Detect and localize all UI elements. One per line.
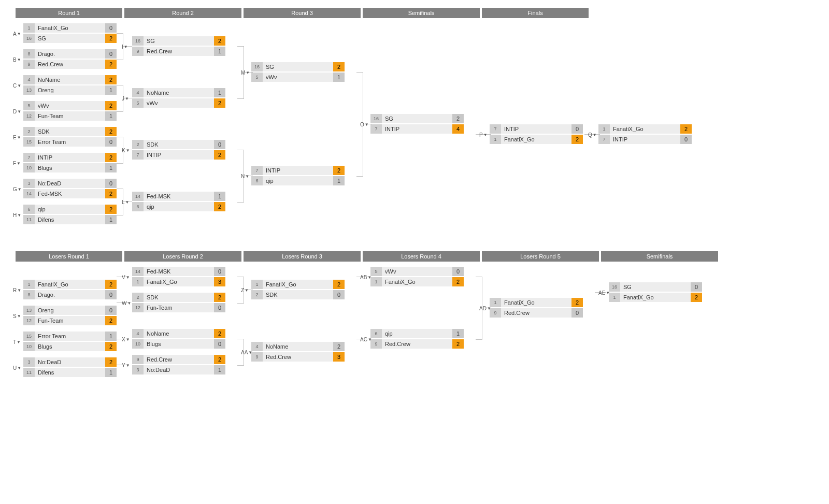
team-row[interactable]: 8Drago.0 <box>23 49 117 59</box>
team-row[interactable]: 13Oreng0 <box>23 306 117 315</box>
match-label[interactable]: Z▼ <box>241 287 249 293</box>
team-row[interactable]: 9Red.Crew2 <box>370 339 464 349</box>
match-label[interactable]: AE▼ <box>598 290 610 296</box>
match-label[interactable]: Q▼ <box>588 132 597 138</box>
team-row[interactable]: 1FanatiX_Go2 <box>598 124 692 134</box>
match-label[interactable]: R▼ <box>13 287 21 293</box>
team-row[interactable]: 1FanatiX_Go2 <box>609 293 702 302</box>
team-row[interactable]: 5vWv2 <box>132 98 225 108</box>
match-label[interactable]: M▼ <box>241 70 250 76</box>
team-row[interactable]: 10Blugs0 <box>132 339 225 349</box>
team-row[interactable]: 4NoName2 <box>23 75 117 84</box>
team-row[interactable]: 16SG0 <box>609 282 702 292</box>
match-label[interactable]: AD▼ <box>479 306 491 311</box>
team-row[interactable]: 15Error Team1 <box>23 332 117 341</box>
team-row[interactable]: 1FanatiX_Go3 <box>132 277 225 286</box>
team-row[interactable]: 1FanatiX_Go2 <box>23 280 117 289</box>
team-row[interactable]: 9Red.Crew2 <box>132 355 225 364</box>
team-row[interactable]: 16SG2 <box>23 34 117 43</box>
team-row[interactable]: 7INTIP0 <box>490 124 583 134</box>
team-row[interactable]: 1FanatiX_Go2 <box>251 280 345 289</box>
team-row[interactable]: 12Fun-Team2 <box>23 316 117 325</box>
match-label[interactable]: AA▼ <box>241 350 252 355</box>
match-label[interactable]: D▼ <box>13 109 21 114</box>
match-label[interactable]: P▼ <box>479 132 488 138</box>
team-row[interactable]: 7INTIP2 <box>23 153 117 162</box>
match-label[interactable]: AC▼ <box>360 337 372 342</box>
match-label[interactable]: AB▼ <box>360 275 371 280</box>
team-row[interactable]: 5vWv2 <box>23 101 117 110</box>
team-row[interactable]: 10Blugs1 <box>23 163 117 172</box>
team-row[interactable]: 14Fed-MSK0 <box>132 267 225 276</box>
team-row[interactable]: 1FanatiX_Go2 <box>490 298 583 307</box>
team-row[interactable]: 7INTIP0 <box>598 135 692 144</box>
team-row[interactable]: 8Drago.0 <box>23 290 117 299</box>
team-row[interactable]: 9Red.Crew3 <box>251 352 345 362</box>
match-label[interactable]: W▼ <box>122 300 131 306</box>
match-label[interactable]: J▼ <box>122 96 129 102</box>
team-row[interactable]: 6qip1 <box>370 329 464 338</box>
match-Q: Q▼1FanatiX_Go27INTIP0 <box>598 124 692 145</box>
seed: 1 <box>251 280 263 289</box>
team-row[interactable]: 5vWv0 <box>370 267 464 276</box>
match-label[interactable]: I▼ <box>122 44 128 50</box>
team-row[interactable]: 15Error Team0 <box>23 137 117 147</box>
match-label[interactable]: X▼ <box>122 337 130 342</box>
team-row[interactable]: 9Red.Crew0 <box>490 308 583 318</box>
match-label[interactable]: F▼ <box>13 161 21 166</box>
match-label[interactable]: A▼ <box>13 31 21 37</box>
team-row[interactable]: 1FanatiX_Go2 <box>370 277 464 286</box>
match-label[interactable]: V▼ <box>122 275 130 280</box>
team-row[interactable]: 1FanatiX_Go0 <box>23 23 117 33</box>
team-row[interactable]: 7INTIP2 <box>251 166 345 175</box>
match-label[interactable]: K▼ <box>122 148 130 153</box>
team-row[interactable]: 6qip1 <box>251 176 345 185</box>
team-row[interactable]: 13Oreng1 <box>23 85 117 95</box>
match-label[interactable]: Y▼ <box>122 363 130 368</box>
team-row[interactable]: 16SG2 <box>251 62 345 71</box>
match-label[interactable]: G▼ <box>13 186 22 192</box>
team-row[interactable]: 16SG2 <box>370 114 464 123</box>
team-row[interactable]: 6qip2 <box>23 205 117 214</box>
team-row[interactable]: 4NoName2 <box>132 329 225 338</box>
match-label[interactable]: S▼ <box>13 313 21 319</box>
team-row[interactable]: 7INTIP2 <box>132 150 225 160</box>
team-row[interactable]: 12Fun-Team1 <box>23 111 117 121</box>
match-W: W▼2SDK212Fun-Team0 <box>132 293 225 313</box>
team-row[interactable]: 14Fed-MSK2 <box>23 189 117 198</box>
team-row[interactable]: 9Red.Crew1 <box>132 47 225 56</box>
seed: 1 <box>132 277 144 286</box>
match-label[interactable]: B▼ <box>13 57 21 63</box>
match-label[interactable]: O▼ <box>360 122 369 127</box>
team-row[interactable]: 10Blugs2 <box>23 342 117 351</box>
team-row[interactable]: 16SG2 <box>132 36 225 46</box>
match-label[interactable]: L▼ <box>122 199 129 205</box>
team-row[interactable]: 11Difens1 <box>23 215 117 224</box>
seed: 4 <box>251 342 263 351</box>
match-label[interactable]: E▼ <box>13 135 21 140</box>
match-label[interactable]: C▼ <box>13 83 21 89</box>
team-row[interactable]: 6qip2 <box>132 202 225 211</box>
team-row[interactable]: 1FanatiX_Go2 <box>490 135 583 144</box>
team-row[interactable]: 2SDK0 <box>251 290 345 299</box>
team-row[interactable]: 14Fed-MSK1 <box>132 192 225 201</box>
team-row[interactable]: 7INTIP4 <box>370 124 464 134</box>
team-row[interactable]: 2SDK2 <box>23 127 117 136</box>
team-row[interactable]: 3No:DeaD1 <box>132 365 225 375</box>
team-row[interactable]: 12Fun-Team0 <box>132 303 225 312</box>
team-row[interactable]: 2SDK0 <box>132 140 225 149</box>
match-label[interactable]: N▼ <box>241 174 249 179</box>
team-row[interactable]: 3No:DeaD0 <box>23 179 117 188</box>
team-row[interactable]: 2SDK2 <box>132 293 225 302</box>
score: 1 <box>105 332 117 341</box>
match-label[interactable]: T▼ <box>13 339 21 345</box>
match-label[interactable]: H▼ <box>13 212 21 218</box>
team-row[interactable]: 5vWv1 <box>251 73 345 82</box>
team-row[interactable]: 11Difens1 <box>23 368 117 377</box>
match-label[interactable]: U▼ <box>13 365 21 371</box>
team-row[interactable]: 9Red.Crew2 <box>23 60 117 69</box>
team-row[interactable]: 4NoName2 <box>251 342 345 351</box>
team-row[interactable]: 4NoName1 <box>132 88 225 97</box>
seed: 3 <box>23 179 35 188</box>
team-row[interactable]: 3No:DeaD2 <box>23 357 117 367</box>
